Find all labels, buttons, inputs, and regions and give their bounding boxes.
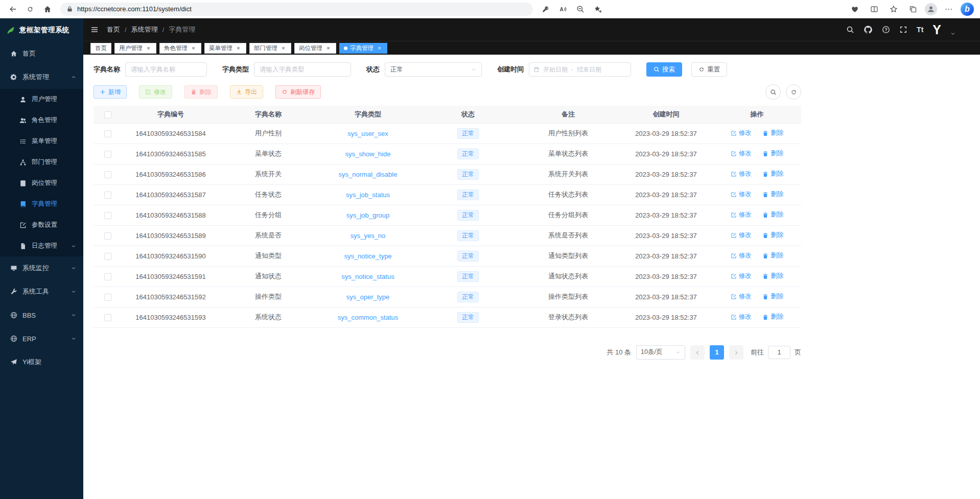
sidebar-item-system-management[interactable]: 系统管理 [0, 65, 83, 89]
breadcrumb-home[interactable]: 首页 [107, 25, 120, 34]
row-edit-button[interactable]: 修改 [731, 251, 752, 260]
tab-user-management[interactable]: 用户管理 × [114, 43, 156, 54]
dict-type-link[interactable]: sys_oper_type [346, 293, 390, 301]
github-button[interactable] [864, 25, 873, 34]
sidebar-item-log-management[interactable]: 日志管理 [0, 235, 83, 256]
breadcrumb-system[interactable]: 系统管理 [131, 25, 158, 34]
sidebar-item-system-tools[interactable]: 系统工具 [0, 280, 83, 303]
close-tab-icon[interactable]: × [325, 45, 332, 52]
browser-home-button[interactable] [40, 2, 55, 16]
sidebar-item-home[interactable]: 首页 [0, 42, 83, 65]
tab-post-management[interactable]: 岗位管理 × [294, 43, 336, 54]
add-favorite-button[interactable] [590, 2, 605, 16]
dict-type-link[interactable]: sys_user_sex [347, 130, 388, 137]
row-edit-button[interactable]: 修改 [731, 129, 752, 137]
row-edit-button[interactable]: 修改 [731, 149, 752, 158]
next-page-button[interactable]: › [729, 345, 743, 360]
sidebar-item-yi-framework[interactable]: Yi框架 [0, 350, 83, 374]
help-button[interactable] [882, 26, 890, 34]
row-checkbox[interactable] [104, 294, 111, 301]
toggle-search-button[interactable] [765, 84, 781, 100]
row-checkbox[interactable] [104, 273, 111, 280]
row-checkbox[interactable] [104, 192, 111, 199]
row-edit-button[interactable]: 修改 [731, 170, 752, 178]
browser-essentials-button[interactable] [847, 2, 862, 16]
favorites-button[interactable] [886, 2, 901, 16]
tab-menu-management[interactable]: 菜单管理 × [204, 43, 246, 54]
app-logo[interactable]: 意框架管理系统 [0, 18, 83, 42]
navbar-search-button[interactable] [846, 26, 854, 34]
select-all-checkbox[interactable] [104, 111, 111, 118]
sidebar-item-menu-management[interactable]: 菜单管理 [0, 131, 83, 152]
export-button[interactable]: 导出 [230, 85, 263, 99]
url-text[interactable]: https://ccnetcore.com:1101/system/dict [77, 5, 192, 13]
row-checkbox[interactable] [104, 314, 111, 321]
row-delete-button[interactable]: 删除 [762, 231, 783, 240]
password-key-button[interactable] [538, 2, 553, 16]
edit-button[interactable]: 修改 [139, 85, 172, 99]
row-delete-button[interactable]: 删除 [762, 272, 783, 280]
close-tab-icon[interactable]: × [145, 45, 152, 52]
dict-type-link[interactable]: sys_job_group [346, 211, 390, 219]
read-aloud-button[interactable] [555, 2, 571, 16]
row-edit-button[interactable]: 修改 [731, 190, 752, 199]
dict-type-link[interactable]: sys_show_hide [345, 150, 391, 158]
user-avatar-logo[interactable]: Y [932, 23, 941, 36]
browser-back-button[interactable] [5, 2, 20, 16]
fullscreen-button[interactable] [899, 26, 907, 34]
goto-page-input[interactable] [768, 346, 790, 359]
row-checkbox[interactable] [104, 171, 111, 178]
row-checkbox[interactable] [104, 232, 111, 240]
split-screen-button[interactable] [867, 2, 882, 16]
sidebar-item-param-settings[interactable]: 参数设置 [0, 215, 83, 235]
row-delete-button[interactable]: 删除 [762, 210, 783, 219]
sidebar-item-bbs[interactable]: BBS [0, 303, 83, 327]
close-tab-icon[interactable]: × [376, 45, 383, 52]
delete-button[interactable]: 删除 [184, 85, 218, 99]
sidebar-toggle-button[interactable] [90, 26, 99, 34]
dict-type-link[interactable]: sys_normal_disable [339, 171, 398, 178]
avatar-caret-icon[interactable] [950, 31, 955, 36]
add-button[interactable]: 新增 [94, 85, 127, 99]
page-size-select[interactable]: 10条/页 [636, 345, 685, 360]
tab-role-management[interactable]: 角色管理 × [159, 43, 201, 54]
sidebar-item-erp[interactable]: ERP [0, 327, 83, 350]
search-button[interactable]: 搜索 [646, 62, 682, 77]
prev-page-button[interactable]: ‹ [690, 345, 705, 360]
row-delete-button[interactable]: 删除 [762, 313, 783, 321]
row-delete-button[interactable]: 删除 [762, 170, 783, 178]
tab-dict-management[interactable]: 字典管理 × [339, 43, 387, 54]
page-number-current[interactable]: 1 [710, 345, 724, 360]
browser-menu-button[interactable]: ⋯ [941, 2, 956, 16]
row-checkbox[interactable] [104, 253, 111, 260]
font-size-button[interactable]: Tt [917, 26, 923, 34]
date-range-picker[interactable]: 开始日期 - 结束日期 [529, 62, 631, 77]
row-edit-button[interactable]: 修改 [731, 272, 752, 280]
tab-home[interactable]: 首页 [90, 43, 111, 54]
dict-type-link[interactable]: sys_notice_type [344, 252, 391, 260]
close-tab-icon[interactable]: × [235, 45, 242, 52]
row-delete-button[interactable]: 删除 [762, 292, 783, 301]
dict-type-link[interactable]: sys_common_status [338, 314, 399, 321]
row-checkbox[interactable] [104, 130, 111, 137]
row-edit-button[interactable]: 修改 [731, 292, 752, 301]
sidebar-item-system-monitor[interactable]: 系统监控 [0, 256, 83, 280]
row-checkbox[interactable] [104, 212, 111, 219]
close-tab-icon[interactable]: × [280, 45, 287, 52]
row-delete-button[interactable]: 删除 [762, 149, 783, 158]
dict-type-link[interactable]: sys_yes_no [351, 232, 386, 240]
tab-dept-management[interactable]: 部门管理 × [249, 43, 291, 54]
row-checkbox[interactable] [104, 151, 111, 158]
dict-type-link[interactable]: sys_job_status [346, 191, 390, 199]
bing-chat-button[interactable]: b [961, 3, 974, 16]
reset-button[interactable]: 重置 [691, 62, 727, 77]
sidebar-item-role-management[interactable]: 角色管理 [0, 110, 83, 131]
row-edit-button[interactable]: 修改 [731, 210, 752, 219]
sidebar-item-post-management[interactable]: 岗位管理 [0, 173, 83, 194]
row-edit-button[interactable]: 修改 [731, 231, 752, 240]
browser-profile-avatar[interactable] [925, 3, 937, 15]
status-select[interactable]: 正常 [385, 62, 482, 77]
sidebar-item-dict-management[interactable]: 字典管理 [0, 194, 83, 215]
address-bar[interactable]: https://ccnetcore.com:1101/system/dict [60, 3, 533, 16]
zoom-indicator-button[interactable] [573, 2, 588, 16]
